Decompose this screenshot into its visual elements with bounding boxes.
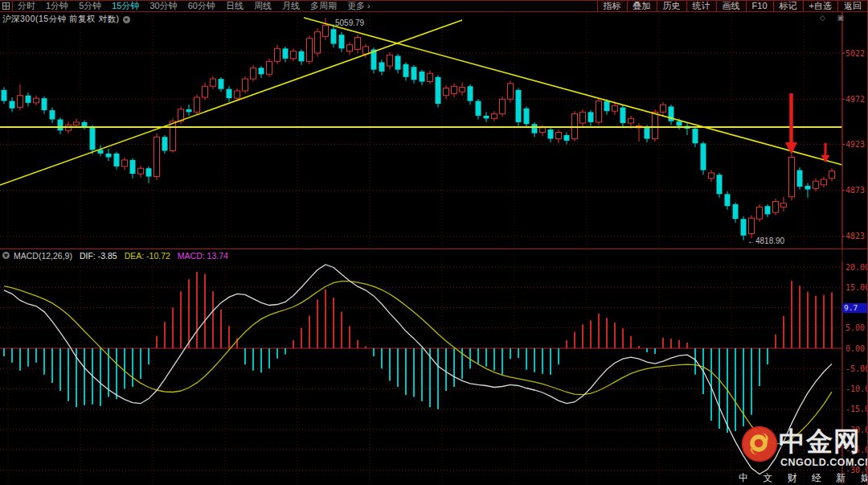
candle-body-down — [403, 64, 409, 77]
candle-body-up — [781, 203, 787, 208]
candle-body-down — [524, 109, 530, 124]
candle-body-up — [307, 39, 313, 62]
macd-header: ▾ MACD(12,26,9) DIF: -3.85 DEA: -10.72 M… — [0, 249, 867, 261]
low_label: ←4818.90 — [747, 236, 785, 245]
symbol-row: 沪深300(15分钟 前复权 对数) ▾ — [2, 14, 130, 25]
candle-body-down — [379, 62, 385, 71]
macd-collapse-icon[interactable]: ▾ — [2, 252, 10, 259]
annotation-arrow — [785, 93, 797, 154]
macd-bar-value: MACD: 13.74 — [178, 251, 228, 261]
macd-axis-label: 15.00 — [845, 283, 868, 292]
candle-body-up — [821, 179, 827, 185]
candle-body-up — [122, 160, 128, 166]
candle-body-down — [564, 135, 570, 141]
candle-body-down — [476, 101, 481, 116]
candle-body-up — [243, 79, 248, 91]
candle-body-up — [540, 128, 546, 133]
peak_label: ←5059.79 — [327, 18, 365, 27]
candle-body-up — [460, 87, 465, 92]
dea-line — [4, 282, 832, 445]
candle-body-up — [203, 86, 208, 97]
candle-body-up — [749, 218, 755, 233]
macd-dif-value: DIF: -3.85 — [80, 251, 117, 261]
candle-body-up — [596, 101, 602, 122]
candle-body-up — [813, 181, 819, 188]
candle-body-down — [701, 143, 706, 170]
candle-body-down — [130, 160, 136, 174]
candle-body-down — [162, 137, 168, 150]
candle-body-down — [114, 154, 120, 166]
candle-body-up — [387, 55, 393, 66]
candle-body-down — [395, 55, 401, 69]
candle-body-down — [331, 29, 337, 43]
candle-body-down — [411, 67, 417, 80]
symbol-collapse-icon[interactable]: ▾ — [123, 16, 130, 23]
candle-body-down — [2, 90, 7, 101]
candle-body-down — [805, 186, 811, 190]
chart-canvas[interactable]: 5022497249234873482320.0015.005.000.00-5… — [0, 0, 868, 485]
candle-body-up — [556, 133, 562, 139]
candle-body-down — [484, 116, 489, 118]
candle-body-down — [717, 175, 723, 194]
candle-body-down — [10, 101, 15, 109]
candle-body-down — [90, 127, 96, 150]
candle-body-up — [138, 168, 144, 174]
macd-axis-label: 20.00 — [845, 263, 868, 272]
macd-indicator-name[interactable]: MACD(12,26,9) — [14, 251, 72, 261]
price-axis-label: 4972 — [845, 95, 865, 104]
stock-chart-window: 分时1分钟5分钟15分钟30分钟60分钟日线周线月线多周期更多 › 指标叠加历史… — [0, 0, 868, 485]
macd-axis-label: -5.00 — [845, 364, 868, 373]
candle-body-up — [235, 91, 240, 98]
candle-body-up — [709, 173, 714, 179]
descending-trendline — [304, 18, 842, 165]
candle-body-down — [186, 109, 192, 112]
macd-axis-label: 0.00 — [845, 344, 865, 353]
candle-body-up — [612, 105, 618, 111]
price-axis-label: 4873 — [845, 186, 865, 195]
candle-body-down — [50, 110, 55, 119]
candle-body-down — [339, 35, 345, 48]
macd-axis-label: -25.00 — [845, 446, 868, 454]
candle-body-up — [508, 84, 514, 99]
symbol-title: 沪深300(15分钟 前复权 对数) — [2, 14, 120, 25]
candle-body-up — [211, 79, 216, 86]
candle-body-down — [548, 129, 554, 138]
candle-body-down — [283, 48, 289, 59]
chart-tool-icons[interactable]: ◇ ▣ — [820, 14, 849, 22]
candle-body-up — [628, 118, 634, 123]
candle-body-up — [452, 86, 457, 93]
candle-body-up — [34, 98, 39, 103]
candle-body-down — [677, 121, 682, 126]
price-axis-label: 5022 — [845, 49, 865, 58]
candle-body-up — [267, 61, 272, 74]
candle-body-down — [693, 129, 698, 143]
candle-body-up — [773, 201, 779, 212]
candle-body-down — [604, 101, 610, 112]
candle-body-up — [444, 88, 449, 96]
candle-body-up — [500, 99, 506, 113]
candle-body-down — [645, 128, 650, 139]
macd-axis-label: 5.00 — [845, 323, 865, 332]
price-axis-label: 4823 — [845, 232, 865, 240]
candle-body-up — [363, 47, 369, 54]
candle-body-up — [291, 51, 297, 59]
macd-axis-label: -20.00 — [845, 425, 868, 434]
candle-body-down — [420, 72, 425, 82]
candle-body-down — [26, 96, 31, 103]
candle-body-down — [299, 51, 305, 62]
candle-body-up — [661, 105, 666, 112]
candle-body-up — [18, 96, 23, 108]
candle-body-up — [170, 121, 176, 151]
candle-body-down — [516, 90, 522, 122]
candle-body-up — [580, 112, 586, 123]
candle-body-down — [219, 79, 224, 89]
candle-body-down — [797, 171, 803, 187]
candle-body-up — [154, 137, 160, 176]
macd-dea-value: DEA: -10.72 — [125, 251, 170, 261]
candle-body-up — [315, 32, 321, 53]
candle-body-up — [829, 171, 835, 179]
candle-body-down — [468, 86, 473, 101]
candle-body-down — [259, 68, 264, 74]
candle-body-down — [436, 77, 441, 104]
candle-body-up — [757, 207, 763, 219]
